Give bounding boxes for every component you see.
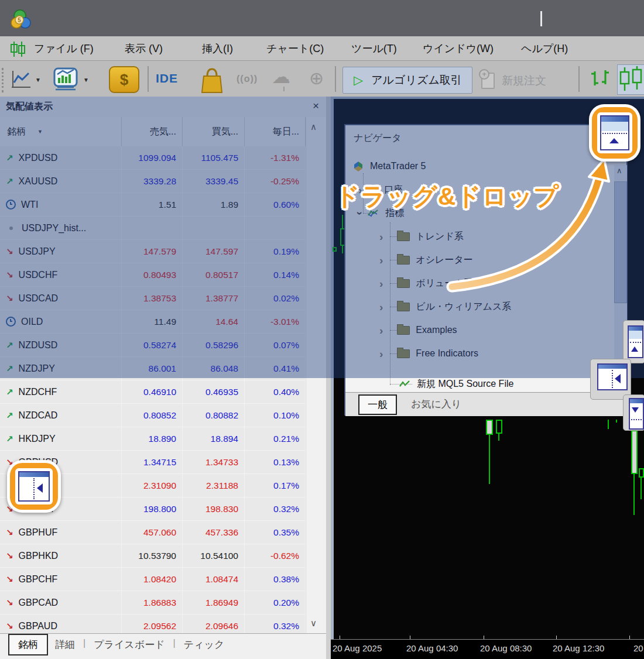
toolbar: ▼ ▼ $ IDE ((o)) ☁ ⊕ ▷ アルゴリズム取引 新規注文 xyxy=(0,61,644,97)
buy-cell: 1.08474 xyxy=(183,568,245,591)
table-row[interactable]: ↘USDCAD1.387531.387770.02% xyxy=(0,287,306,310)
sell-cell: 0.80493 xyxy=(122,263,183,287)
signal-icon[interactable]: ((o)) xyxy=(237,74,258,84)
chart-frame-top xyxy=(331,97,644,99)
table-row[interactable]: ↘GBPHKD10.5379010.54100-0.62% xyxy=(0,544,306,568)
axis-tick xyxy=(484,636,484,639)
chevron-right-icon[interactable]: › xyxy=(379,325,383,336)
chevron-right-icon[interactable]: › xyxy=(379,255,383,266)
mt5-tree-icon xyxy=(352,160,364,172)
buy-cell: 10.54100 xyxy=(183,544,245,568)
menu-item[interactable]: ヘルプ(H) xyxy=(521,42,568,56)
trend-down-icon: ↘ xyxy=(6,574,13,585)
mt5-logo-icon: 5 xyxy=(8,7,32,30)
scroll-down-icon[interactable]: ∨ xyxy=(310,618,317,629)
tree-guide xyxy=(363,213,371,214)
table-row[interactable]: ↘GBPCAD1.868831.869490.20% xyxy=(0,591,306,615)
tree-root[interactable]: MetaTrader 5 xyxy=(352,159,426,173)
time-label: 20 xyxy=(633,643,643,653)
text-cursor xyxy=(540,11,542,26)
table-row[interactable]: ↘USDJPY147.579147.5970.19% xyxy=(0,240,306,263)
chevron-right-icon[interactable]: › xyxy=(379,231,383,242)
sell-cell: 198.800 xyxy=(122,497,183,521)
navigator-title: ナビゲータ xyxy=(354,132,402,145)
sell-cell: 1.51 xyxy=(122,193,183,217)
dollar-icon[interactable]: $ xyxy=(109,66,139,93)
chevron-down-icon[interactable]: ▼ xyxy=(35,77,41,83)
table-row[interactable]: ↗NZDCAD0.808520.808820.10% xyxy=(0,404,306,427)
tree-item[interactable]: 新規 MQL5 Source File xyxy=(399,377,513,391)
chart-line-icon[interactable] xyxy=(11,70,32,90)
tab-銘柄[interactable]: 銘柄 xyxy=(8,634,48,655)
close-icon[interactable]: × xyxy=(313,99,319,112)
column-header[interactable]: 買気... xyxy=(183,117,245,146)
dock-top-icon[interactable] xyxy=(600,115,629,150)
menu-item[interactable]: ツール(T) xyxy=(351,42,397,56)
new-order-button[interactable]: 新規注文 xyxy=(481,68,569,93)
symbol-cell: ↘USDCAD xyxy=(0,287,122,310)
table-row[interactable]: OILD11.4914.64-3.01% xyxy=(0,310,306,334)
algo-trading-button[interactable]: ▷ アルゴリズム取引 xyxy=(342,67,472,94)
table-row[interactable]: ↗NZDUSD0.582740.582960.07% xyxy=(0,334,306,357)
table-row[interactable]: ↘USDCHF0.804930.805170.14% xyxy=(0,263,306,287)
buy-cell: 198.830 xyxy=(183,497,245,521)
ide-button[interactable]: IDE xyxy=(156,71,178,85)
column-header[interactable]: 売気... xyxy=(122,117,183,146)
clock-icon xyxy=(6,200,16,210)
daily-cell: -0.25% xyxy=(245,170,306,193)
market-watch-scrollbar[interactable]: ∧ ∨ xyxy=(306,117,327,633)
metatrader5-window: 5 ファイル (F)表示 (V)挿入(I)チャート(C)ツール(T)ウインドウ(… xyxy=(0,0,644,659)
daily-cell: 0.07% xyxy=(245,334,306,357)
menu-item[interactable]: チャート(C) xyxy=(266,42,324,56)
daily-cell: 0.14% xyxy=(245,263,306,287)
chart-window-icon[interactable] xyxy=(53,67,78,92)
column-header[interactable]: 毎日... xyxy=(245,117,306,146)
time-label: 20 Aug 2025 xyxy=(333,643,382,653)
panel-splitter[interactable] xyxy=(326,97,331,659)
buy-cell: 1.86949 xyxy=(183,591,245,615)
menu-item[interactable]: ウインドウ(W) xyxy=(423,42,494,56)
candlestick-chart-button[interactable] xyxy=(617,64,644,95)
chevron-right-icon[interactable]: › xyxy=(379,348,383,359)
table-row[interactable]: ↗XPDUSD1099.0941105.475-1.31% xyxy=(0,146,306,170)
buy-cell: 0.80882 xyxy=(183,404,245,427)
market-watch-title: 気配値表示 xyxy=(6,101,53,113)
table-row[interactable]: ↗HKDJPY18.89018.8940.21% xyxy=(0,427,306,451)
tab-ティック[interactable]: ティック xyxy=(177,634,232,655)
table-row[interactable]: ↗NZDJPY86.00186.0480.41% xyxy=(0,357,306,380)
table-row[interactable]: ↘GBPCHF1.084201.084740.38% xyxy=(0,568,306,591)
chevron-right-icon[interactable]: › xyxy=(379,301,383,313)
chevron-right-icon[interactable]: › xyxy=(379,278,383,289)
dock-left-icon[interactable] xyxy=(597,363,628,390)
tab-お気に入り[interactable]: お気に入り xyxy=(411,397,461,411)
bar-chart-icon[interactable] xyxy=(588,68,614,91)
daily-cell: 0.17% xyxy=(245,474,306,497)
dock-bottom-icon[interactable] xyxy=(629,398,644,430)
scroll-up-icon[interactable]: ∧ xyxy=(310,122,317,132)
table-row[interactable]: ↗NZDCHF0.469100.469350.40% xyxy=(0,380,306,404)
cloud-icon[interactable]: ☁ xyxy=(272,66,290,88)
table-row[interactable]: WTI1.511.890.60% xyxy=(0,193,306,217)
dock-left-icon[interactable] xyxy=(18,471,50,502)
sell-cell: 86.001 xyxy=(122,357,183,380)
market-bag-icon[interactable] xyxy=(199,67,225,95)
sell-cell: 1.86883 xyxy=(122,591,183,615)
table-row[interactable]: USDJPY_hist... xyxy=(0,217,306,240)
menu-item[interactable]: 挿入(I) xyxy=(202,42,233,56)
table-row[interactable]: ↗XAUUSD3339.283339.45-0.25% xyxy=(0,170,306,193)
trend-down-icon: ↘ xyxy=(6,527,13,538)
chevron-down-icon[interactable]: ▼ xyxy=(83,77,89,83)
table-row[interactable]: ↘GBPHUF457.060457.3360.35% xyxy=(0,521,306,544)
dock-top-icon[interactable] xyxy=(628,325,643,358)
tab-プライスボード[interactable]: プライスボード xyxy=(87,634,172,655)
menu-item[interactable]: ファイル (F) xyxy=(34,42,94,56)
symbol-cell: ↗XPDUSD xyxy=(0,146,122,170)
toolbar-grip[interactable] xyxy=(2,68,4,92)
menu-item[interactable]: 表示 (V) xyxy=(125,42,163,56)
community-icon[interactable]: ⊕ xyxy=(309,68,324,88)
tab-一般[interactable]: 一般 xyxy=(358,394,397,415)
market-watch-title-bar[interactable]: 気配値表示 × xyxy=(0,97,326,118)
drag-arrow xyxy=(433,151,626,303)
tab-詳細[interactable]: 詳細 xyxy=(48,634,82,655)
column-header[interactable]: 銘柄▼ xyxy=(0,117,122,146)
